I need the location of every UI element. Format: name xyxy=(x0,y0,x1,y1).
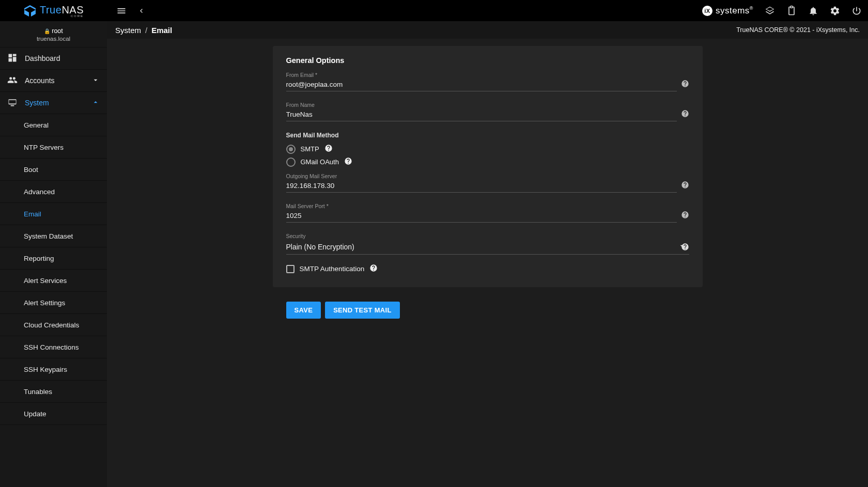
chevron-left-icon xyxy=(137,7,145,15)
card-title: General Options xyxy=(286,56,689,65)
nav-accounts-label: Accounts xyxy=(25,76,55,85)
svg-marker-2 xyxy=(31,10,36,17)
from-name-help[interactable] xyxy=(681,109,689,119)
nav-system-cloud[interactable]: Cloud Credentials xyxy=(0,314,107,336)
back-button[interactable] xyxy=(136,6,146,16)
nav-system-tunables[interactable]: Tunables xyxy=(0,381,107,403)
nav-system-dataset[interactable]: System Dataset xyxy=(0,225,107,247)
breadcrumb-root[interactable]: System xyxy=(115,26,141,35)
gmail-help[interactable] xyxy=(344,157,352,167)
chevron-down-icon xyxy=(91,76,100,86)
nav-system-alert-services[interactable]: Alert Services xyxy=(0,270,107,292)
breadcrumb-bar: System / Email TrueNAS CORE® © 2021 - iX… xyxy=(107,21,868,39)
outgoing-server-input[interactable] xyxy=(286,180,677,193)
nav-system-boot-label: Boot xyxy=(24,166,38,174)
smtp-auth-row[interactable]: SMTP Authentication xyxy=(286,264,689,274)
security-select[interactable]: Plain (No Encryption) xyxy=(286,240,689,255)
nav-system-ssh-connections[interactable]: SSH Connections xyxy=(0,336,107,358)
settings-button[interactable] xyxy=(830,6,840,16)
main-content: General Options From Email * From Name S… xyxy=(107,39,868,487)
nav-system-alert-settings[interactable]: Alert Settings xyxy=(0,292,107,314)
from-name-field-wrap: From Name xyxy=(286,102,689,121)
outgoing-server-label: Outgoing Mail Server xyxy=(286,173,689,179)
nav-system-email-label: Email xyxy=(24,210,41,218)
nav-dashboard[interactable]: Dashboard xyxy=(0,48,107,70)
smtp-radio[interactable] xyxy=(286,145,296,154)
security-help[interactable] xyxy=(681,243,689,253)
accounts-icon xyxy=(7,75,19,87)
help-icon xyxy=(681,243,689,251)
from-email-label: From Email * xyxy=(286,72,689,78)
nav-system-boot[interactable]: Boot xyxy=(0,159,107,181)
from-name-label: From Name xyxy=(286,102,689,108)
nav-system[interactable]: System xyxy=(0,92,107,114)
smtp-radio-label: SMTP xyxy=(301,145,319,153)
smtp-auth-help[interactable] xyxy=(369,264,378,274)
truecommand-button[interactable] xyxy=(765,6,775,16)
gmail-radio-row[interactable]: GMail OAuth xyxy=(286,157,689,167)
from-name-input[interactable] xyxy=(286,109,677,121)
nav-system-dataset-label: System Dataset xyxy=(24,232,73,240)
nav-system-general[interactable]: General xyxy=(0,114,107,136)
menu-toggle-button[interactable] xyxy=(116,6,127,16)
button-row: Save Send Test Mail xyxy=(273,302,703,319)
svg-marker-1 xyxy=(24,10,29,17)
nav-dashboard-label: Dashboard xyxy=(25,54,60,62)
brand-nas: NAS xyxy=(61,4,84,15)
nav-system-update[interactable]: Update xyxy=(0,403,107,425)
power-button[interactable] xyxy=(851,6,862,16)
layers-icon xyxy=(765,6,775,16)
nav-accounts[interactable]: Accounts xyxy=(0,70,107,92)
host-block: 🔒root truenas.local xyxy=(0,21,107,48)
nav-system-alert-services-label: Alert Services xyxy=(24,277,67,285)
nav-system-reporting-label: Reporting xyxy=(24,255,54,262)
topbar: TrueNAS CORE iX systems® xyxy=(0,0,868,21)
truenas-mark-icon xyxy=(23,5,37,17)
nav-system-ntp-label: NTP Servers xyxy=(24,144,64,151)
nav-system-reporting[interactable]: Reporting xyxy=(0,247,107,270)
chevron-up-icon xyxy=(91,98,100,108)
nav-system-email[interactable]: Email xyxy=(0,203,107,225)
smtp-help[interactable] xyxy=(324,144,333,154)
nav-system-update-label: Update xyxy=(24,410,47,418)
brand-true: True xyxy=(40,4,61,15)
dashboard-icon xyxy=(7,53,19,65)
outgoing-server-help[interactable] xyxy=(681,181,689,191)
from-email-help[interactable] xyxy=(681,80,689,89)
smtp-auth-checkbox[interactable] xyxy=(286,265,295,273)
breadcrumb-leaf: Email xyxy=(151,26,172,35)
from-email-field-wrap: From Email * xyxy=(286,72,689,91)
current-user: root xyxy=(52,27,63,35)
smtp-radio-row[interactable]: SMTP xyxy=(286,144,689,154)
nav-system-ssh-connections-label: SSH Connections xyxy=(24,343,79,351)
gmail-radio-label: GMail OAuth xyxy=(301,158,339,166)
power-icon xyxy=(851,6,862,16)
gmail-radio[interactable] xyxy=(286,158,296,167)
send-method-label: Send Mail Method xyxy=(286,132,689,139)
send-test-mail-button[interactable]: Send Test Mail xyxy=(325,302,400,319)
nav-system-ssh-keypairs-label: SSH Keypairs xyxy=(24,366,67,373)
help-icon xyxy=(681,109,689,118)
hamburger-icon xyxy=(116,6,127,16)
help-icon xyxy=(369,264,378,272)
nav-system-ntp[interactable]: NTP Servers xyxy=(0,136,107,159)
outgoing-server-field-wrap: Outgoing Mail Server xyxy=(286,173,689,193)
mail-port-help[interactable] xyxy=(681,211,689,221)
lock-icon: 🔒 xyxy=(44,28,50,34)
alerts-button[interactable] xyxy=(808,6,818,16)
from-email-input[interactable] xyxy=(286,79,677,91)
nav-system-ssh-keypairs[interactable]: SSH Keypairs xyxy=(0,358,107,381)
brand-logo[interactable]: TrueNAS CORE xyxy=(0,0,107,21)
sidebar: 🔒root truenas.local Dashboard Accounts S… xyxy=(0,21,107,487)
ixsystems-logo[interactable]: iX systems® xyxy=(702,6,753,16)
help-icon xyxy=(324,144,333,152)
security-label: Security xyxy=(286,233,689,239)
nav-system-advanced[interactable]: Advanced xyxy=(0,181,107,203)
mail-port-input[interactable] xyxy=(286,210,677,223)
nav-system-cloud-label: Cloud Credentials xyxy=(24,321,79,329)
security-field-wrap: Security Plain (No Encryption) xyxy=(286,233,689,255)
help-icon xyxy=(681,80,689,88)
clipboard-button[interactable] xyxy=(786,6,797,16)
save-button[interactable]: Save xyxy=(286,302,321,319)
security-value: Plain (No Encryption) xyxy=(286,243,354,251)
